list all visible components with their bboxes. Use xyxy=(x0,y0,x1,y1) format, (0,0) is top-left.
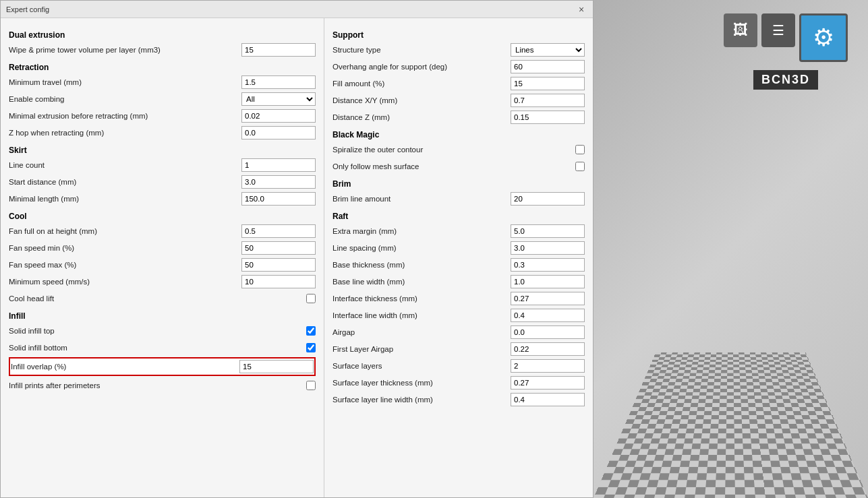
label-infill-overlap: Infill overlap (%) xyxy=(11,363,239,371)
input-interface-line-width[interactable] xyxy=(511,309,585,322)
field-solid-infill-top: Solid infill top xyxy=(9,323,316,338)
label-fan-speed-min: Fan speed min (%) xyxy=(9,244,241,252)
input-minimal-extrusion[interactable] xyxy=(241,109,316,123)
bcn3d-logo-text: BCN3D xyxy=(753,70,818,90)
label-follow-mesh: Only follow mesh surface xyxy=(332,162,575,170)
input-line-count[interactable] xyxy=(241,158,316,172)
section-black-magic: Black Magic xyxy=(332,130,585,139)
checkbox-spiralize[interactable] xyxy=(575,145,585,154)
icon-box-1: 🖼 xyxy=(724,13,757,47)
label-solid-infill-top: Solid infill top xyxy=(9,327,306,335)
field-wipe-prime: Wipe & prime tower volume per layer (mm3… xyxy=(9,42,316,57)
checkbox-solid-infill-top[interactable] xyxy=(306,326,316,336)
input-start-distance[interactable] xyxy=(241,175,316,189)
label-interface-thickness: Interface thickness (mm) xyxy=(332,294,511,303)
right-panel: Support Structure type Lines Grid Triang… xyxy=(324,18,593,497)
label-surface-layer-line-width: Surface layer line width (mm) xyxy=(332,396,511,404)
field-infill-after-perimeters: Infill prints after perimeters xyxy=(9,378,316,393)
field-overhang-angle: Overhang angle for support (deg) xyxy=(332,59,585,74)
field-surface-layers: Surface layers xyxy=(332,359,585,373)
input-extra-margin[interactable] xyxy=(511,224,585,238)
label-overhang-angle: Overhang angle for support (deg) xyxy=(332,63,511,71)
label-surface-layer-thickness: Surface layer thickness (mm) xyxy=(332,379,511,387)
checkbox-solid-infill-bottom[interactable] xyxy=(306,343,316,352)
checkbox-infill-after-perimeters[interactable] xyxy=(306,381,316,390)
bcn3d-icons-row: 🖼 ☰ ⚙ xyxy=(724,13,848,62)
label-line-spacing: Line spacing (mm) xyxy=(332,244,511,252)
field-start-distance: Start distance (mm) xyxy=(9,175,316,189)
field-first-layer-airgap: First Layer Airgap xyxy=(332,342,585,356)
input-base-line-width[interactable] xyxy=(511,275,585,288)
label-minimal-extrusion: Minimal extrusion before retracting (mm) xyxy=(9,112,241,120)
section-support: Support xyxy=(332,30,585,40)
input-line-spacing[interactable] xyxy=(511,241,585,255)
label-cool-head-lift: Cool head lift xyxy=(9,294,306,303)
field-min-travel: Minimum travel (mm) xyxy=(9,75,316,90)
label-structure-type: Structure type xyxy=(332,46,511,54)
input-fill-amount[interactable] xyxy=(511,77,585,90)
field-base-thickness: Base thickness (mm) xyxy=(332,257,585,272)
field-minimum-speed: Minimum speed (mm/s) xyxy=(9,274,316,289)
icon-box-2: ☰ xyxy=(761,13,795,47)
label-infill-after-perimeters: Infill prints after perimeters xyxy=(9,381,306,390)
input-wipe-prime[interactable] xyxy=(241,43,316,57)
input-first-layer-airgap[interactable] xyxy=(511,342,585,356)
highlighted-infill-overlap-container: Infill overlap (%) xyxy=(9,357,316,376)
select-structure-type[interactable]: Lines Grid Triangles xyxy=(511,43,585,57)
field-extra-margin: Extra margin (mm) xyxy=(332,224,585,239)
input-min-travel[interactable] xyxy=(241,75,316,89)
input-minimum-speed[interactable] xyxy=(241,275,316,288)
input-interface-thickness[interactable] xyxy=(511,292,585,305)
label-extra-margin: Extra margin (mm) xyxy=(332,227,511,235)
select-enable-combing[interactable]: All None No Skin xyxy=(241,92,316,106)
field-fan-speed-max: Fan speed max (%) xyxy=(9,257,316,272)
field-spiralize: Spiralize the outer contour xyxy=(332,142,585,157)
input-brim-line-amount[interactable] xyxy=(511,192,585,206)
3d-viewport: 🖼 ☰ ⚙ BCN3D xyxy=(594,0,868,498)
field-minimal-extrusion: Minimal extrusion before retracting (mm) xyxy=(9,108,316,123)
label-first-layer-airgap: First Layer Airgap xyxy=(332,345,511,353)
label-zhop: Z hop when retracting (mm) xyxy=(9,129,241,137)
input-fan-full-on[interactable] xyxy=(241,224,316,238)
field-zhop: Z hop when retracting (mm) xyxy=(9,125,316,140)
label-airgap: Airgap xyxy=(332,328,511,336)
input-distance-z[interactable] xyxy=(511,111,585,124)
label-wipe-prime: Wipe & prime tower volume per layer (mm3… xyxy=(9,46,241,54)
field-fill-amount: Fill amount (%) xyxy=(332,76,585,91)
field-fan-speed-min: Fan speed min (%) xyxy=(9,241,316,255)
section-raft: Raft xyxy=(332,212,585,221)
field-line-count: Line count xyxy=(9,158,316,173)
input-minimal-length[interactable] xyxy=(241,192,316,206)
label-distance-z: Distance Z (mm) xyxy=(332,113,511,121)
label-fill-amount: Fill amount (%) xyxy=(332,80,511,88)
input-fan-speed-max[interactable] xyxy=(241,258,316,272)
label-enable-combing: Enable combing xyxy=(9,95,241,103)
field-distance-z: Distance Z (mm) xyxy=(332,110,585,125)
input-fan-speed-min[interactable] xyxy=(241,241,316,255)
field-line-spacing: Line spacing (mm) xyxy=(332,241,585,255)
input-airgap[interactable] xyxy=(511,325,585,339)
checkbox-cool-head-lift[interactable] xyxy=(306,294,316,303)
input-base-thickness[interactable] xyxy=(511,258,585,272)
label-base-line-width: Base line width (mm) xyxy=(332,278,511,286)
dialog-content: Dual extrusion Wipe & prime tower volume… xyxy=(1,18,593,497)
label-line-count: Line count xyxy=(9,161,241,169)
input-surface-layers[interactable] xyxy=(511,359,585,373)
field-interface-thickness: Interface thickness (mm) xyxy=(332,291,585,306)
close-button[interactable]: × xyxy=(575,3,587,15)
label-min-travel: Minimum travel (mm) xyxy=(9,78,241,86)
dialog-titlebar: Expert config × xyxy=(1,1,593,18)
input-surface-layer-line-width[interactable] xyxy=(511,393,585,406)
input-surface-layer-thickness[interactable] xyxy=(511,376,585,390)
checkbox-follow-mesh[interactable] xyxy=(575,162,585,171)
label-surface-layers: Surface layers xyxy=(332,362,511,370)
input-zhop[interactable] xyxy=(241,126,316,139)
label-fan-full-on: Fan full on at height (mm) xyxy=(9,227,241,235)
input-distance-xy[interactable] xyxy=(511,94,585,107)
input-overhang-angle[interactable] xyxy=(511,60,585,73)
label-minimum-speed: Minimum speed (mm/s) xyxy=(9,278,241,286)
label-distance-xy: Distance X/Y (mm) xyxy=(332,96,511,104)
field-minimal-length: Minimal length (mm) xyxy=(9,191,316,206)
input-infill-overlap[interactable] xyxy=(239,360,314,373)
section-infill: Infill xyxy=(9,311,316,321)
